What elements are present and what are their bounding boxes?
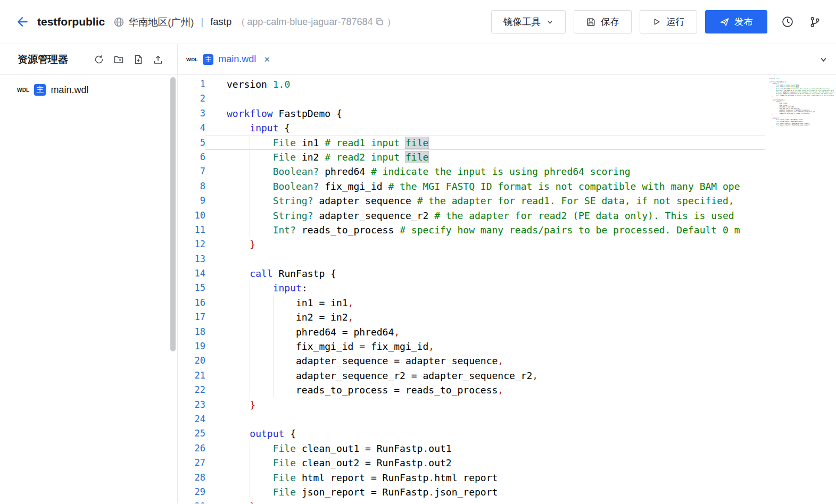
- code-text[interactable]: Boolean? fix_mgi_id # the MGI FASTQ ID f…: [205, 179, 765, 194]
- code-line[interactable]: 20adapter_sequence = adapter_sequence,: [178, 354, 765, 368]
- line-number[interactable]: 22: [178, 383, 205, 397]
- code-text[interactable]: Boolean? phred64 # indicate the input is…: [205, 164, 765, 179]
- code-text[interactable]: adapter_sequence_r2 = adapter_sequence_r…: [205, 368, 765, 383]
- line-number[interactable]: 6: [178, 150, 205, 164]
- code-text[interactable]: in1 = in1,: [205, 296, 765, 310]
- code-line[interactable]: 13: [178, 252, 765, 266]
- code-line[interactable]: 15input:: [178, 281, 765, 295]
- line-number[interactable]: 19: [178, 339, 205, 354]
- code-text[interactable]: File in1 # read1 input file: [205, 136, 765, 150]
- code-line[interactable]: 21adapter_sequence_r2 = adapter_sequence…: [178, 368, 765, 383]
- code-text[interactable]: reads_to_process = reads_to_process,: [205, 383, 765, 397]
- refresh-button[interactable]: [94, 54, 104, 65]
- minimap[interactable]: version 1.0workflow FastpDemo {input {Fi…: [765, 75, 836, 503]
- code-text[interactable]: input:: [205, 281, 765, 295]
- code-text[interactable]: File html_report = RunFastp.html_report: [205, 471, 765, 485]
- line-number[interactable]: 5: [178, 136, 205, 150]
- code-text[interactable]: call RunFastp {: [205, 266, 765, 281]
- line-number[interactable]: 7: [178, 164, 205, 179]
- code-line[interactable]: 1version 1.0: [178, 77, 765, 91]
- code-line[interactable]: 9String? adapter_sequence # the adapter …: [178, 194, 765, 208]
- code-text[interactable]: String? adapter_sequence_r2 # the adapte…: [205, 208, 765, 223]
- line-number[interactable]: 14: [178, 266, 205, 281]
- import-file-button[interactable]: [133, 54, 144, 65]
- code-text[interactable]: File clean_out1 = RunFastp.out1: [205, 441, 765, 456]
- line-number[interactable]: 17: [178, 310, 205, 324]
- code-text[interactable]: }: [205, 398, 765, 412]
- line-number[interactable]: 29: [178, 485, 205, 499]
- code-line[interactable]: 10String? adapter_sequence_r2 # the adap…: [178, 208, 765, 223]
- code-line[interactable]: 28File html_report = RunFastp.html_repor…: [178, 471, 765, 485]
- run-button[interactable]: 运行: [640, 10, 697, 33]
- line-number[interactable]: 30: [178, 499, 205, 503]
- copy-icon[interactable]: [374, 16, 385, 27]
- line-number[interactable]: 21: [178, 368, 205, 383]
- code-line[interactable]: 16in1 = in1,: [178, 296, 765, 310]
- line-number[interactable]: 4: [178, 121, 205, 135]
- code-text[interactable]: [205, 412, 765, 426]
- code-text[interactable]: [205, 91, 765, 106]
- version-control-button[interactable]: [808, 15, 822, 29]
- history-button[interactable]: [780, 14, 795, 29]
- code-text[interactable]: Int? reads_to_process # specify how many…: [205, 223, 765, 237]
- line-number[interactable]: 9: [178, 194, 205, 208]
- line-number[interactable]: 10: [178, 208, 205, 223]
- line-number[interactable]: 13: [178, 252, 205, 266]
- line-number[interactable]: 1: [178, 77, 205, 91]
- code-text[interactable]: adapter_sequence = adapter_sequence,: [205, 354, 765, 368]
- code-line[interactable]: 30}: [178, 499, 765, 503]
- code-line[interactable]: 17in2 = in2,: [178, 310, 765, 324]
- code-line[interactable]: 29File json_report = RunFastp.json_repor…: [178, 485, 765, 499]
- line-number[interactable]: 23: [178, 398, 205, 412]
- tab-overflow-chevron-icon[interactable]: [816, 55, 831, 64]
- code-text[interactable]: input {: [205, 121, 765, 135]
- code-text[interactable]: File in2 # read2 input file: [205, 150, 765, 164]
- line-number[interactable]: 27: [178, 456, 205, 470]
- back-button[interactable]: [14, 13, 32, 31]
- tab-main-wdl[interactable]: WDL 主 main.wdl ×: [178, 44, 278, 74]
- code-line[interactable]: 25output {: [178, 426, 765, 441]
- line-number[interactable]: 12: [178, 237, 205, 251]
- code-text[interactable]: String? adapter_sequence # the adapter f…: [205, 194, 765, 208]
- code-text[interactable]: }: [205, 499, 765, 503]
- publish-button[interactable]: 发布: [705, 10, 767, 33]
- line-number[interactable]: 25: [178, 426, 205, 441]
- code-text[interactable]: output {: [205, 426, 765, 441]
- line-number[interactable]: 11: [178, 223, 205, 237]
- file-item-main-wdl[interactable]: WDL 主 main.wdl: [0, 80, 177, 99]
- code-line[interactable]: 24: [178, 412, 765, 426]
- line-number[interactable]: 28: [178, 471, 205, 485]
- code-line[interactable]: 7Boolean? phred64 # indicate the input i…: [178, 164, 765, 179]
- code-line[interactable]: 12}: [178, 237, 765, 251]
- code-text[interactable]: fix_mgi_id = fix_mgi_id,: [205, 339, 765, 354]
- code-text[interactable]: File clean_out2 = RunFastp.out2: [205, 456, 765, 470]
- upload-button[interactable]: [153, 54, 163, 65]
- code-line[interactable]: 5File in1 # read1 input file: [178, 136, 765, 150]
- line-number[interactable]: 20: [178, 354, 205, 368]
- line-number[interactable]: 18: [178, 325, 205, 339]
- new-folder-button[interactable]: [113, 54, 124, 65]
- code-line[interactable]: 6File in2 # read2 input file: [178, 150, 765, 164]
- code-text[interactable]: phred64 = phred64,: [205, 325, 765, 339]
- code-text[interactable]: in2 = in2,: [205, 310, 765, 324]
- sidebar-scrollbar[interactable]: [170, 77, 176, 351]
- code-line[interactable]: 4input {: [178, 121, 765, 135]
- code-line[interactable]: 23}: [178, 398, 765, 412]
- code-line[interactable]: 2: [178, 91, 765, 106]
- line-number[interactable]: 26: [178, 441, 205, 456]
- code-text[interactable]: version 1.0: [205, 77, 765, 91]
- code-line[interactable]: 14call RunFastp {: [178, 266, 765, 281]
- code-text[interactable]: File json_report = RunFastp.json_report: [205, 485, 765, 499]
- code-line[interactable]: 26File clean_out1 = RunFastp.out1: [178, 441, 765, 456]
- code-line[interactable]: 22reads_to_process = reads_to_process,: [178, 383, 765, 397]
- line-number[interactable]: 24: [178, 412, 205, 426]
- line-number[interactable]: 3: [178, 106, 205, 121]
- code-text[interactable]: workflow FastpDemo {: [205, 106, 765, 121]
- code-lines[interactable]: 1version 1.023workflow FastpDemo {4input…: [178, 75, 765, 503]
- line-number[interactable]: 15: [178, 281, 205, 295]
- code-line[interactable]: 19fix_mgi_id = fix_mgi_id,: [178, 339, 765, 354]
- code-editor[interactable]: 1version 1.023workflow FastpDemo {4input…: [178, 75, 836, 503]
- line-number[interactable]: 8: [178, 179, 205, 194]
- code-line[interactable]: 3workflow FastpDemo {: [178, 106, 765, 121]
- code-text[interactable]: }: [205, 237, 765, 251]
